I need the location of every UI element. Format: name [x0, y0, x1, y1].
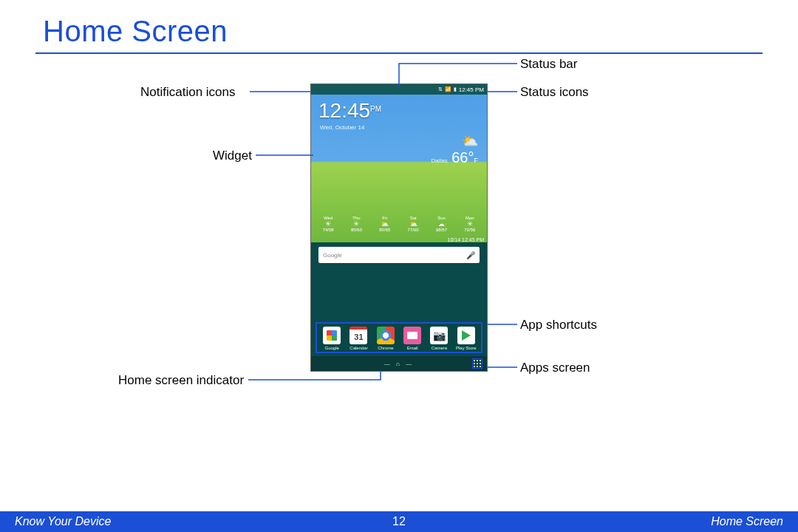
statusbar-time: 12:45 PM	[459, 86, 484, 93]
nav-bar: — ⌂ —	[311, 356, 487, 371]
callout-widget: Widget	[213, 149, 252, 163]
weather-timestamp: 10/14 12:45 PM	[448, 237, 484, 242]
google-icon	[323, 327, 341, 344]
app-dock: Google 31Calendar Chrome Email 📷Camera P…	[316, 322, 482, 353]
weather-widget: 12:45PM Wed, October 14 ⛅ Dallas 66°F We…	[311, 95, 487, 242]
app-chrome: Chrome	[373, 327, 398, 350]
apps-screen-button	[472, 358, 482, 369]
wifi-icon: ⇅	[438, 86, 443, 92]
weather-temp: Dallas 66°F	[431, 149, 478, 166]
google-search-bar: Google 🎤	[318, 247, 480, 263]
battery-icon: ▮	[454, 86, 457, 92]
home-indicator: — ⌂ —	[384, 361, 414, 367]
forecast-row: Wed☀74/58 Thu☀80/60 Fri⛅80/65 Sat⛅77/60 …	[311, 216, 487, 232]
weather-icon: ⛅	[431, 133, 478, 149]
clock-time: 12:45PM	[318, 99, 381, 123]
play-store-icon	[457, 327, 475, 344]
callout-home-screen-indicator: Home screen indicator	[118, 373, 244, 388]
chrome-icon	[377, 327, 395, 344]
weather-block: ⛅ Dallas 66°F	[431, 133, 478, 166]
callout-status-bar: Status bar	[520, 57, 578, 72]
page-title: Home Screen	[0, 0, 798, 52]
email-icon	[403, 327, 421, 344]
callout-app-shortcuts: App shortcuts	[520, 318, 597, 332]
page-footer: Know Your Device 12 Home Screen	[0, 511, 798, 532]
signal-icon: 📶	[445, 86, 451, 92]
footer-right: Home Screen	[711, 515, 783, 528]
callout-apps-screen: Apps screen	[520, 361, 590, 375]
app-google: Google	[319, 327, 344, 350]
mic-icon: 🎤	[466, 251, 475, 259]
app-email: Email	[400, 327, 425, 350]
callout-notification-icons: Notification icons	[140, 85, 236, 100]
clock-date: Wed, October 14	[320, 124, 364, 131]
search-placeholder: Google	[323, 252, 342, 259]
status-bar: ⇅ 📶 ▮ 12:45 PM	[311, 84, 487, 95]
phone-screenshot: ⇅ 📶 ▮ 12:45 PM 12:45PM Wed, October 14 ⛅…	[310, 83, 488, 372]
callout-status-icons: Status icons	[520, 85, 589, 100]
camera-icon: 📷	[430, 327, 448, 344]
footer-left: Know Your Device	[15, 515, 111, 528]
app-camera: 📷Camera	[426, 327, 451, 350]
calendar-icon: 31	[349, 327, 367, 344]
app-calendar: 31Calendar	[346, 327, 371, 350]
footer-page-number: 12	[392, 515, 406, 528]
app-playstore: Play Store	[454, 327, 479, 350]
diagram-stage: Notification icons Widget Home screen in…	[0, 54, 798, 468]
